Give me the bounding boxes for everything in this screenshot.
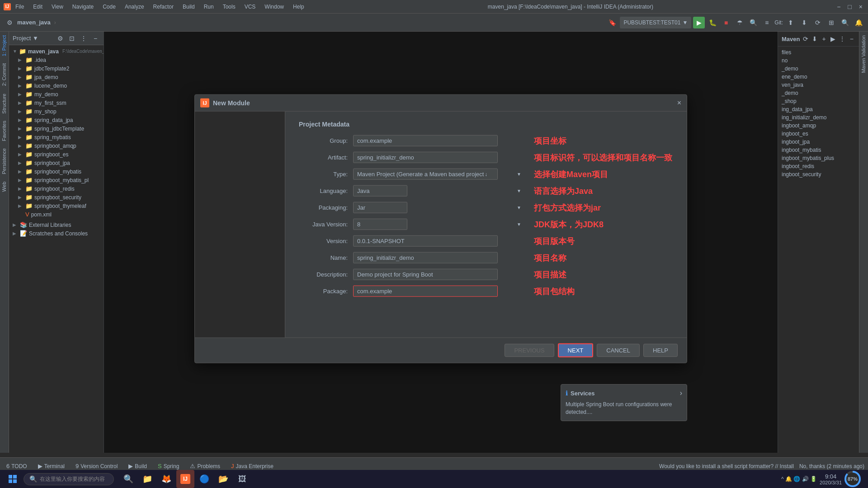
tree-springboot-jpa[interactable]: ▶ 📁 springboot_jpa: [9, 159, 104, 167]
right-tabs[interactable]: Maven Validation: [859, 32, 868, 453]
search-button[interactable]: 🔍: [747, 17, 759, 28]
tree-springboot-mybatis[interactable]: ▶ 📁 springboot_mybatis: [9, 167, 104, 176]
taskbar-search-app[interactable]: 🔍: [119, 470, 137, 488]
tree-springboot-security[interactable]: ▶ 📁 springboot_security: [9, 193, 104, 202]
tree-jpa-demo[interactable]: ▶ 📁 jpa_demo: [9, 73, 104, 81]
taskbar-search[interactable]: 🔍 在这里输入你要搜索的内容: [24, 473, 114, 485]
maven-item[interactable]: _demo: [778, 65, 859, 73]
start-button[interactable]: [4, 472, 22, 486]
left-tab-persistence[interactable]: Persistence: [0, 145, 9, 178]
taskbar-files-app[interactable]: 📁: [138, 470, 156, 488]
menu-navigate[interactable]: Navigate: [71, 3, 95, 11]
maven-download-icon[interactable]: ⬇: [811, 34, 818, 43]
minimize-button[interactable]: −: [835, 3, 842, 10]
maven-add-icon[interactable]: +: [820, 34, 827, 43]
left-tab-commit[interactable]: 2: Commit: [0, 60, 9, 89]
maven-more-icon[interactable]: ⋮: [839, 34, 846, 43]
run-config-selector[interactable]: PUBSUBTEST:TEST01 ▼: [620, 17, 691, 28]
tree-my-shop[interactable]: ▶ 📁 my_shop: [9, 107, 104, 116]
tree-root[interactable]: ▼ 📁 maven_java F:\IdeaCode\maven_java: [9, 47, 104, 56]
tree-springboot-thymeleaf[interactable]: ▶ 📁 springboot_thymeleaf: [9, 202, 104, 210]
maven-item[interactable]: _shop: [778, 97, 859, 105]
panel-settings-icon[interactable]: ⚙: [56, 34, 65, 43]
group-input[interactable]: [353, 135, 498, 146]
menu-vcs[interactable]: VCS: [243, 3, 258, 11]
menu-file[interactable]: File: [14, 3, 26, 11]
search-everywhere-button[interactable]: 🔍: [839, 17, 851, 28]
maven-item[interactable]: ingboot_security: [778, 170, 859, 178]
grid-button[interactable]: ⊞: [826, 17, 837, 28]
left-tab-structure[interactable]: Structure: [0, 90, 9, 117]
tree-spring-jdbctemplate[interactable]: ▶ 📁 spring_jdbcTemplate: [9, 124, 104, 133]
maven-item[interactable]: ing_initializr_demo: [778, 113, 859, 122]
window-controls[interactable]: − □ ×: [835, 3, 864, 10]
tree-springboot-redis[interactable]: ▶ 📁 springboot_redis: [9, 184, 104, 193]
modal-close-button[interactable]: ×: [677, 99, 681, 107]
stop-button[interactable]: ■: [720, 17, 732, 28]
help-button[interactable]: HELP: [643, 344, 678, 357]
cancel-button[interactable]: CANCEL: [597, 344, 640, 357]
right-tab-maven-validation[interactable]: Maven Validation: [859, 32, 868, 77]
version-input[interactable]: [353, 235, 498, 247]
maven-item[interactable]: ingboot_mybatis_plus: [778, 154, 859, 162]
taskbar-chrome-app[interactable]: 🔵: [195, 470, 213, 488]
taskbar-ide-app[interactable]: IJ: [176, 470, 194, 488]
menu-view[interactable]: View: [50, 3, 65, 11]
menu-edit[interactable]: Edit: [31, 3, 44, 11]
git-push-button[interactable]: ⬆: [785, 17, 797, 28]
maven-item[interactable]: _demo: [778, 89, 859, 97]
type-select[interactable]: Maven Project (Generate a Maven based pr…: [353, 169, 498, 180]
taskbar-photos-app[interactable]: 🖼: [233, 470, 251, 488]
maven-item[interactable]: files: [778, 48, 859, 56]
maven-run-icon[interactable]: ▶: [830, 34, 837, 43]
tree-pom-xml[interactable]: ▶ V pom.xml: [9, 210, 104, 219]
maven-item[interactable]: ingboot_redis: [778, 162, 859, 170]
maven-item[interactable]: ven_java: [778, 81, 859, 89]
tree-springboot-mybatis-pl[interactable]: ▶ 📁 springboot_mybatis_pl: [9, 176, 104, 184]
maven-item[interactable]: ingboot_es: [778, 130, 859, 138]
structure-button[interactable]: ≡: [761, 17, 773, 28]
previous-button[interactable]: PREVIOUS: [505, 344, 554, 357]
notification-button[interactable]: 🔔: [853, 17, 864, 28]
panel-minimize-icon[interactable]: −: [91, 34, 100, 43]
maven-item[interactable]: ingboot_amqp: [778, 122, 859, 130]
tree-lucene-demo[interactable]: ▶ 📁 lucene_demo: [9, 81, 104, 90]
run-button[interactable]: ▶: [693, 17, 705, 28]
taskbar-firefox-app[interactable]: 🦊: [157, 470, 175, 488]
debug-button[interactable]: 🐛: [707, 17, 718, 28]
menu-run[interactable]: Run: [202, 3, 216, 11]
git-history-button[interactable]: ⟳: [812, 17, 824, 28]
taskbar-explorer-app[interactable]: 📂: [214, 470, 232, 488]
package-input[interactable]: [353, 286, 498, 297]
menu-tools[interactable]: Tools: [221, 3, 237, 11]
left-tab-favorites[interactable]: Favorites: [0, 117, 9, 145]
services-expand-icon[interactable]: ›: [680, 389, 682, 397]
panel-layout-icon[interactable]: ⊡: [67, 34, 76, 43]
panel-more-icon[interactable]: ⋮: [79, 34, 88, 43]
menu-window[interactable]: Window: [263, 3, 286, 11]
left-tab-project[interactable]: 1: Project: [0, 32, 9, 60]
tree-spring-mybatis[interactable]: ▶ 📁 spring_mybatis: [9, 133, 104, 141]
tree-my-first-ssm[interactable]: ▶ 📁 my_first_ssm: [9, 99, 104, 107]
menu-build[interactable]: Build: [181, 3, 197, 11]
tree-springboot-es[interactable]: ▶ 📁 springboot_es: [9, 150, 104, 159]
tree-external-libraries[interactable]: ▶ 📚 External Libraries: [9, 221, 104, 229]
git-pull-button[interactable]: ⬇: [798, 17, 810, 28]
tree-my-demo[interactable]: ▶ 📁 my_demo: [9, 90, 104, 99]
menu-help[interactable]: Help: [291, 3, 306, 11]
coverage-button[interactable]: ☂: [734, 17, 745, 28]
tree-springboot-amqp[interactable]: ▶ 📁 springboot_amqp: [9, 141, 104, 150]
next-button[interactable]: NEXT: [558, 343, 594, 357]
maven-item[interactable]: ing_data_jpa: [778, 105, 859, 113]
tree-scratches[interactable]: ▶ 📝 Scratches and Consoles: [9, 229, 104, 238]
close-button[interactable]: ×: [857, 3, 864, 10]
maven-item[interactable]: ingboot_mybatis: [778, 146, 859, 154]
menu-refactor[interactable]: Refactor: [151, 3, 175, 11]
bookmark-button[interactable]: 🔖: [606, 17, 618, 28]
left-tab-web[interactable]: Web: [0, 178, 9, 195]
menu-analyze[interactable]: Analyze: [123, 3, 146, 11]
description-input[interactable]: [353, 269, 498, 280]
maven-item[interactable]: ene_demo: [778, 73, 859, 81]
maven-minimize-icon[interactable]: −: [848, 34, 855, 43]
maximize-button[interactable]: □: [846, 3, 853, 10]
